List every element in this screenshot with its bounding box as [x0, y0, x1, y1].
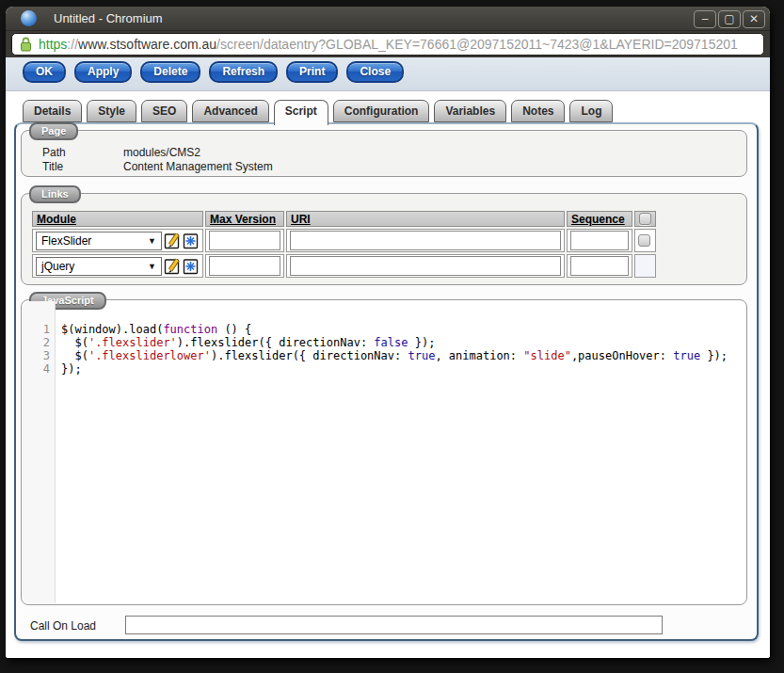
uri-input[interactable] — [290, 256, 561, 276]
column-header-uri[interactable]: URI — [286, 211, 565, 227]
tab-notes[interactable]: Notes — [511, 100, 565, 122]
tab-advanced[interactable]: Advanced — [192, 100, 268, 122]
title-field-row: Title Content Management System — [42, 160, 273, 173]
links-section-legend: Links — [29, 185, 81, 203]
action-toolbar: OK Apply Delete Refresh Print Close — [6, 57, 770, 91]
sequence-input[interactable] — [570, 231, 629, 250]
empty-checkbox-cell — [634, 254, 656, 278]
chevron-down-icon: ▼ — [148, 262, 156, 271]
column-header-select — [634, 211, 656, 227]
url-path: /screen/dataentry?GLOBAL_KEY=76661@20971… — [216, 37, 738, 52]
links-section: Links Module Max Version URI Sequence Fl… — [21, 193, 747, 285]
link-row-jquery: jQuery▼ — [32, 254, 656, 278]
new-module-icon[interactable] — [183, 232, 200, 249]
row-checkbox[interactable] — [638, 234, 650, 247]
delete-button[interactable]: Delete — [140, 61, 200, 83]
title-bar: Untitled - Chromium – ▢ ✕ — [6, 7, 770, 31]
tab-details[interactable]: Details — [23, 100, 82, 122]
column-header-sequence[interactable]: Sequence — [567, 211, 632, 227]
path-field-row: Path modules/CMS2 — [42, 146, 200, 159]
window-title: Untitled - Chromium — [54, 11, 163, 25]
chevron-down-icon: ▼ — [148, 236, 156, 246]
minimize-button[interactable]: – — [694, 10, 716, 28]
call-on-load-input[interactable] — [125, 616, 663, 634]
edit-module-icon[interactable] — [164, 232, 181, 249]
column-header-max-version[interactable]: Max Version — [205, 211, 284, 227]
path-label: Path — [42, 146, 123, 159]
url-scheme: https — [39, 37, 67, 52]
close-window-button[interactable]: ✕ — [743, 10, 765, 28]
window-controls: – ▢ ✕ — [694, 10, 765, 28]
select-all-checkbox[interactable] — [639, 213, 651, 225]
links-table: Module Max Version URI Sequence FlexSlid… — [30, 209, 658, 280]
page-section: Page Path modules/CMS2 Title Content Man… — [21, 130, 747, 177]
path-value: modules/CMS2 — [123, 146, 200, 159]
code-lines[interactable]: $(window).load(function () { $('.flexsli… — [61, 323, 744, 376]
script-tab-panel: Page Path modules/CMS2 Title Content Man… — [14, 122, 759, 641]
title-value: Content Management System — [123, 160, 273, 173]
line-number-gutter: 1234 — [23, 301, 56, 603]
padlock-icon — [20, 37, 32, 52]
max-version-input[interactable] — [209, 231, 280, 250]
close-button[interactable]: Close — [346, 61, 404, 83]
browser-window: Untitled - Chromium – ▢ ✕ https://www.st… — [6, 7, 770, 658]
tab-script[interactable]: Script — [274, 100, 328, 125]
call-on-load-label: Call On Load — [30, 619, 96, 633]
title-label: Title — [42, 160, 123, 173]
page-content: Details Style SEO Advanced Script Config… — [6, 91, 770, 658]
javascript-section: JavaScript 1234 $(window).load(function … — [21, 299, 747, 605]
ok-button[interactable]: OK — [23, 61, 66, 83]
print-button[interactable]: Print — [286, 61, 338, 83]
address-bar[interactable]: https://www.stsoftware.com.au/screen/dat… — [11, 33, 764, 56]
module-select[interactable]: jQuery▼ — [36, 257, 162, 276]
module-select[interactable]: FlexSlider▼ — [36, 232, 162, 250]
refresh-button[interactable]: Refresh — [209, 61, 278, 83]
tab-style[interactable]: Style — [87, 100, 136, 122]
column-header-module[interactable]: Module — [32, 211, 203, 227]
chromium-icon — [21, 10, 37, 26]
address-bar-row: https://www.stsoftware.com.au/screen/dat… — [6, 31, 770, 57]
url-separator: :// — [67, 37, 78, 52]
max-version-input[interactable] — [209, 256, 280, 276]
new-module-icon[interactable] — [183, 258, 200, 275]
uri-input[interactable] — [290, 231, 561, 250]
apply-button[interactable]: Apply — [74, 61, 132, 83]
tab-seo[interactable]: SEO — [141, 100, 187, 122]
sequence-input[interactable] — [570, 256, 629, 276]
edit-module-icon[interactable] — [164, 258, 181, 275]
tab-variables[interactable]: Variables — [434, 100, 506, 122]
tab-log[interactable]: Log — [569, 100, 613, 122]
link-row-flexslider: FlexSlider▼ — [32, 229, 656, 252]
maximize-button[interactable]: ▢ — [718, 10, 741, 28]
tab-bar: Details Style SEO Advanced Script Config… — [23, 100, 613, 125]
url-domain: www.stsoftware.com.au — [78, 37, 216, 52]
tab-configuration[interactable]: Configuration — [333, 100, 430, 122]
